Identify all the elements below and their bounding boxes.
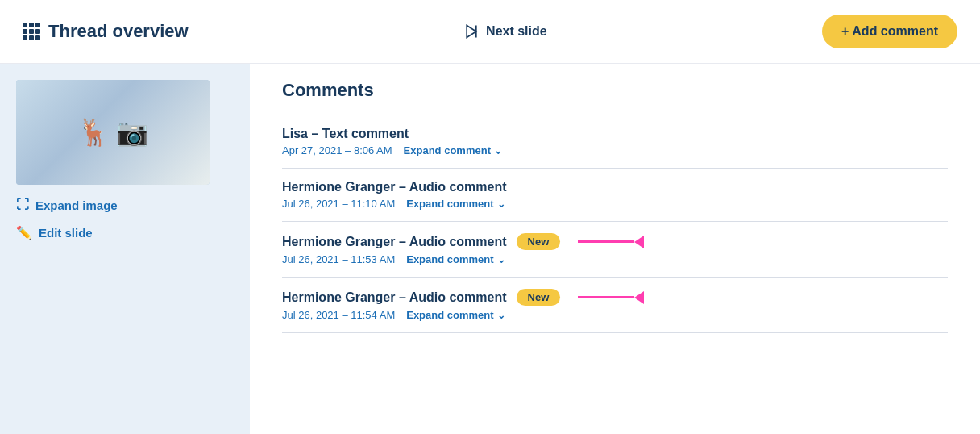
main-layout: ⛶ Expand image ✏️ Edit slide Comments Li… [0,64,980,434]
comment-author-title: Lisa – Text comment [282,127,409,141]
comment-meta: Jul 26, 2021 – 11:54 AMExpand comment ⌄ [282,309,948,321]
pink-arrow-icon [578,236,644,248]
expand-image-label: Expand image [35,198,118,212]
expand-comment-button[interactable]: Expand comment ⌄ [404,144,502,156]
comment-date: Jul 26, 2021 – 11:54 AM [282,309,395,321]
chevron-down-icon: ⌄ [494,145,502,156]
comments-list: Lisa – Text commentApr 27, 2021 – 8:06 A… [282,115,948,333]
expand-comment-label: Expand comment [404,144,491,156]
comment-author-title: Hermione Granger – Audio comment [282,235,507,249]
chevron-down-icon: ⌄ [497,310,505,321]
comment-header: Hermione Granger – Audio commentNew [282,233,948,250]
expand-comment-label: Expand comment [406,198,493,210]
next-slide-button[interactable]: Next slide [463,23,547,40]
pink-arrow-icon [578,291,644,304]
header: Thread overview Next slide + Add comment [0,0,980,64]
comment-meta: Apr 27, 2021 – 8:06 AMExpand comment ⌄ [282,144,948,156]
next-slide-icon [463,23,480,40]
expand-comment-button[interactable]: Expand comment ⌄ [406,309,505,321]
edit-slide-label: Edit slide [39,226,93,240]
grid-dot [35,23,40,27]
grid-dot [23,35,27,40]
pencil-icon: ✏️ [16,225,32,240]
comment-author-title: Hermione Granger – Audio comment [282,180,507,194]
grid-dot [35,29,40,34]
grid-dot [23,23,27,27]
grid-dot [29,35,34,40]
comment-header: Hermione Granger – Audio commentNew [282,289,948,306]
grid-icon [23,23,40,40]
slide-thumbnail [16,80,210,185]
chevron-down-icon: ⌄ [497,254,505,265]
new-badge: New [517,289,561,306]
comment-date: Jul 26, 2021 – 11:53 AM [282,253,395,265]
comment-date: Apr 27, 2021 – 8:06 AM [282,144,392,156]
grid-dot [29,23,34,27]
comment-header: Lisa – Text comment [282,127,948,141]
comment-meta: Jul 26, 2021 – 11:10 AMExpand comment ⌄ [282,198,948,210]
header-left: Thread overview [23,21,189,42]
expand-comment-label: Expand comment [406,309,493,321]
expand-comment-label: Expand comment [406,253,493,265]
grid-dot [23,29,27,34]
add-comment-button[interactable]: + Add comment [822,15,957,48]
comment-header: Hermione Granger – Audio comment [282,180,948,194]
grid-dot [35,35,40,40]
comment-item: Hermione Granger – Audio commentNewJul 2… [282,222,948,278]
comment-author-title: Hermione Granger – Audio comment [282,290,507,305]
new-badge: New [517,233,561,250]
expand-comment-button[interactable]: Expand comment ⌄ [406,253,505,265]
chevron-down-icon: ⌄ [497,198,505,210]
edit-slide-action[interactable]: ✏️ Edit slide [16,225,234,240]
sidebar: ⛶ Expand image ✏️ Edit slide [0,64,250,434]
comment-date: Jul 26, 2021 – 11:10 AM [282,198,395,210]
page-title: Thread overview [48,21,189,42]
comments-section: Comments Lisa – Text commentApr 27, 2021… [250,64,980,434]
expand-image-action[interactable]: ⛶ Expand image [16,198,234,212]
comment-meta: Jul 26, 2021 – 11:53 AMExpand comment ⌄ [282,253,948,265]
svg-marker-0 [467,26,476,38]
expand-comment-button[interactable]: Expand comment ⌄ [406,198,505,210]
expand-icon: ⛶ [16,198,29,212]
comment-item: Hermione Granger – Audio commentJul 26, … [282,169,948,222]
next-slide-label: Next slide [486,24,547,39]
comment-item: Lisa – Text commentApr 27, 2021 – 8:06 A… [282,115,948,169]
slide-image [16,80,210,185]
comment-item: Hermione Granger – Audio commentNewJul 2… [282,278,948,333]
comments-title: Comments [282,80,948,101]
grid-dot [29,29,34,34]
